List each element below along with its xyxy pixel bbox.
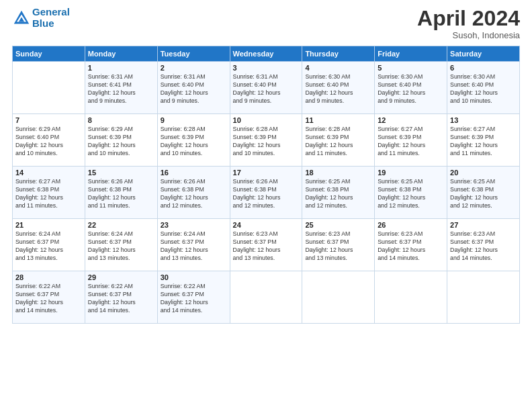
calendar-cell: 2Sunrise: 6:31 AM Sunset: 6:40 PM Daylig… xyxy=(157,62,230,114)
cell-info: Sunrise: 6:24 AM Sunset: 6:37 PM Dayligh… xyxy=(88,230,154,263)
day-number: 15 xyxy=(88,169,154,177)
cell-info: Sunrise: 6:25 AM Sunset: 6:38 PM Dayligh… xyxy=(305,178,371,210)
week-row-5: 28Sunrise: 6:22 AM Sunset: 6:37 PM Dayli… xyxy=(13,271,520,324)
calendar-cell: 6Sunrise: 6:30 AM Sunset: 6:40 PM Daylig… xyxy=(447,62,520,114)
page: General Blue April 2024 Susoh, Indonesia… xyxy=(0,0,532,411)
cell-info: Sunrise: 6:28 AM Sunset: 6:39 PM Dayligh… xyxy=(233,126,300,158)
cell-info: Sunrise: 6:28 AM Sunset: 6:39 PM Dayligh… xyxy=(305,126,371,158)
day-number: 8 xyxy=(88,116,154,124)
calendar-cell: 18Sunrise: 6:25 AM Sunset: 6:38 PM Dayli… xyxy=(302,167,375,219)
cell-info: Sunrise: 6:23 AM Sunset: 6:37 PM Dayligh… xyxy=(378,230,444,263)
cell-info: Sunrise: 6:24 AM Sunset: 6:37 PM Dayligh… xyxy=(161,230,227,263)
calendar-cell: 11Sunrise: 6:28 AM Sunset: 6:39 PM Dayli… xyxy=(302,114,375,167)
day-number: 26 xyxy=(378,221,444,229)
cell-info: Sunrise: 6:25 AM Sunset: 6:38 PM Dayligh… xyxy=(450,178,517,210)
month-title: April 2024 xyxy=(417,7,520,30)
calendar-cell: 16Sunrise: 6:26 AM Sunset: 6:38 PM Dayli… xyxy=(157,167,230,219)
day-number: 17 xyxy=(233,169,300,177)
calendar-table: SundayMondayTuesdayWednesdayThursdayFrid… xyxy=(12,46,520,324)
calendar-cell: 14Sunrise: 6:27 AM Sunset: 6:38 PM Dayli… xyxy=(13,167,85,219)
cell-info: Sunrise: 6:31 AM Sunset: 6:40 PM Dayligh… xyxy=(233,73,300,105)
cell-info: Sunrise: 6:30 AM Sunset: 6:40 PM Dayligh… xyxy=(305,73,371,105)
day-number: 22 xyxy=(88,221,154,229)
logo-text: General Blue xyxy=(32,7,70,29)
day-number: 1 xyxy=(88,64,154,72)
calendar-cell: 3Sunrise: 6:31 AM Sunset: 6:40 PM Daylig… xyxy=(230,62,302,114)
calendar-cell: 19Sunrise: 6:25 AM Sunset: 6:38 PM Dayli… xyxy=(375,167,447,219)
week-row-1: 1Sunrise: 6:31 AM Sunset: 6:41 PM Daylig… xyxy=(13,62,520,114)
calendar-cell: 27Sunrise: 6:23 AM Sunset: 6:37 PM Dayli… xyxy=(447,219,520,271)
day-number: 9 xyxy=(161,116,227,124)
cell-info: Sunrise: 6:27 AM Sunset: 6:39 PM Dayligh… xyxy=(378,126,444,158)
day-number: 21 xyxy=(15,221,82,229)
day-number: 25 xyxy=(305,221,371,229)
day-number: 23 xyxy=(161,221,227,229)
day-number: 7 xyxy=(15,116,82,124)
day-number: 3 xyxy=(233,64,300,72)
calendar-cell: 29Sunrise: 6:22 AM Sunset: 6:37 PM Dayli… xyxy=(85,271,157,324)
calendar-cell: 23Sunrise: 6:24 AM Sunset: 6:37 PM Dayli… xyxy=(157,219,230,271)
day-number: 4 xyxy=(305,64,371,72)
col-header-wednesday: Wednesday xyxy=(230,46,302,62)
cell-info: Sunrise: 6:22 AM Sunset: 6:37 PM Dayligh… xyxy=(15,283,82,315)
calendar-cell: 7Sunrise: 6:29 AM Sunset: 6:40 PM Daylig… xyxy=(13,114,85,167)
col-header-tuesday: Tuesday xyxy=(157,46,230,62)
location: Susoh, Indonesia xyxy=(417,30,520,40)
cell-info: Sunrise: 6:26 AM Sunset: 6:38 PM Dayligh… xyxy=(161,178,227,210)
cell-info: Sunrise: 6:29 AM Sunset: 6:40 PM Dayligh… xyxy=(15,126,82,158)
header: General Blue April 2024 Susoh, Indonesia xyxy=(12,7,520,40)
cell-info: Sunrise: 6:24 AM Sunset: 6:37 PM Dayligh… xyxy=(15,230,82,263)
calendar-cell: 30Sunrise: 6:22 AM Sunset: 6:37 PM Dayli… xyxy=(157,271,230,324)
calendar-cell: 25Sunrise: 6:23 AM Sunset: 6:37 PM Dayli… xyxy=(302,219,375,271)
cell-info: Sunrise: 6:31 AM Sunset: 6:40 PM Dayligh… xyxy=(161,73,227,105)
day-number: 30 xyxy=(161,273,227,281)
cell-info: Sunrise: 6:27 AM Sunset: 6:38 PM Dayligh… xyxy=(15,178,82,210)
header-row: SundayMondayTuesdayWednesdayThursdayFrid… xyxy=(13,46,520,62)
day-number: 29 xyxy=(88,273,154,281)
day-number: 18 xyxy=(305,169,371,177)
calendar-cell: 20Sunrise: 6:25 AM Sunset: 6:38 PM Dayli… xyxy=(447,167,520,219)
cell-info: Sunrise: 6:26 AM Sunset: 6:38 PM Dayligh… xyxy=(88,178,154,210)
calendar-cell: 26Sunrise: 6:23 AM Sunset: 6:37 PM Dayli… xyxy=(375,219,447,271)
calendar-cell: 1Sunrise: 6:31 AM Sunset: 6:41 PM Daylig… xyxy=(85,62,157,114)
col-header-monday: Monday xyxy=(85,46,157,62)
title-block: April 2024 Susoh, Indonesia xyxy=(417,7,520,40)
cell-info: Sunrise: 6:27 AM Sunset: 6:39 PM Dayligh… xyxy=(450,126,517,158)
calendar-cell: 12Sunrise: 6:27 AM Sunset: 6:39 PM Dayli… xyxy=(375,114,447,167)
calendar-cell: 13Sunrise: 6:27 AM Sunset: 6:39 PM Dayli… xyxy=(447,114,520,167)
calendar-cell: 9Sunrise: 6:28 AM Sunset: 6:39 PM Daylig… xyxy=(157,114,230,167)
day-number: 28 xyxy=(15,273,82,281)
day-number: 16 xyxy=(161,169,227,177)
col-header-friday: Friday xyxy=(375,46,447,62)
cell-info: Sunrise: 6:23 AM Sunset: 6:37 PM Dayligh… xyxy=(305,230,371,263)
calendar-cell: 5Sunrise: 6:30 AM Sunset: 6:40 PM Daylig… xyxy=(375,62,447,114)
logo: General Blue xyxy=(12,7,70,29)
logo-icon xyxy=(12,9,31,28)
day-number: 13 xyxy=(450,116,517,124)
day-number: 19 xyxy=(378,169,444,177)
day-number: 12 xyxy=(378,116,444,124)
day-number: 6 xyxy=(450,64,517,72)
calendar-cell xyxy=(375,271,447,324)
cell-info: Sunrise: 6:31 AM Sunset: 6:41 PM Dayligh… xyxy=(88,73,154,105)
calendar-cell: 8Sunrise: 6:29 AM Sunset: 6:39 PM Daylig… xyxy=(85,114,157,167)
cell-info: Sunrise: 6:22 AM Sunset: 6:37 PM Dayligh… xyxy=(88,283,154,315)
cell-info: Sunrise: 6:23 AM Sunset: 6:37 PM Dayligh… xyxy=(450,230,517,263)
day-number: 5 xyxy=(378,64,444,72)
calendar-cell xyxy=(302,271,375,324)
week-row-4: 21Sunrise: 6:24 AM Sunset: 6:37 PM Dayli… xyxy=(13,219,520,271)
col-header-thursday: Thursday xyxy=(302,46,375,62)
day-number: 20 xyxy=(450,169,517,177)
cell-info: Sunrise: 6:30 AM Sunset: 6:40 PM Dayligh… xyxy=(450,73,517,105)
col-header-saturday: Saturday xyxy=(447,46,520,62)
day-number: 2 xyxy=(161,64,227,72)
cell-info: Sunrise: 6:30 AM Sunset: 6:40 PM Dayligh… xyxy=(378,73,444,105)
day-number: 11 xyxy=(305,116,371,124)
calendar-cell: 21Sunrise: 6:24 AM Sunset: 6:37 PM Dayli… xyxy=(13,219,85,271)
calendar-cell xyxy=(13,62,85,114)
week-row-2: 7Sunrise: 6:29 AM Sunset: 6:40 PM Daylig… xyxy=(13,114,520,167)
cell-info: Sunrise: 6:26 AM Sunset: 6:38 PM Dayligh… xyxy=(233,178,300,210)
calendar-cell: 4Sunrise: 6:30 AM Sunset: 6:40 PM Daylig… xyxy=(302,62,375,114)
calendar-cell xyxy=(230,271,302,324)
calendar-cell: 24Sunrise: 6:23 AM Sunset: 6:37 PM Dayli… xyxy=(230,219,302,271)
